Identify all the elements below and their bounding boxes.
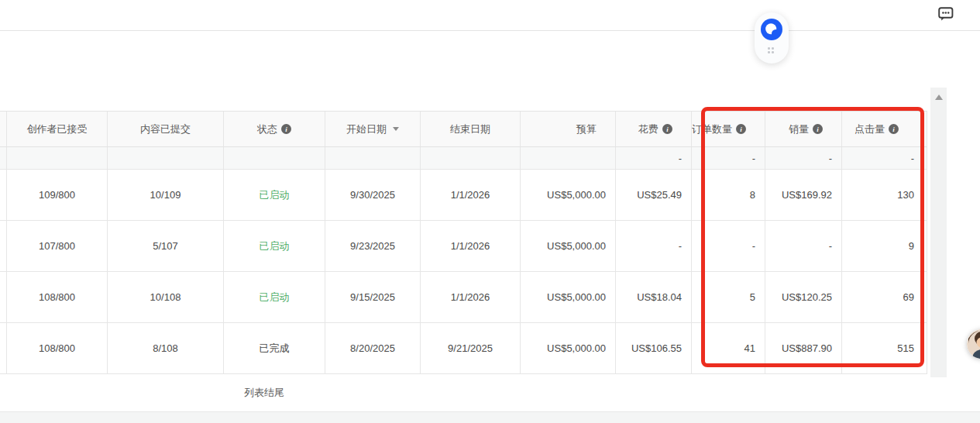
table-cell-stub <box>0 323 7 373</box>
table-cell-start-date: 9/30/2025 <box>325 170 421 220</box>
table-cell-orders: - <box>692 147 765 169</box>
column-label: 内容已提交 <box>140 122 191 136</box>
cell-value: US$106.55 <box>631 342 682 354</box>
campaign-row[interactable]: 108/8008/108已完成8/20/20259/21/2025US$5,00… <box>0 323 927 374</box>
column-header-end-date[interactable]: 结束日期 <box>421 112 521 146</box>
cell-value: 107/800 <box>39 240 75 252</box>
user-avatar[interactable] <box>967 329 980 359</box>
floating-widget[interactable] <box>755 12 789 64</box>
table-cell-spend: US$106.55 <box>616 323 692 373</box>
table-cell-budget: US$5,000.00 <box>521 272 616 322</box>
cell-value: 515 <box>897 342 914 354</box>
status-badge: 已启动 <box>260 291 290 304</box>
table-cell-creators-accepted: 109/800 <box>7 170 108 220</box>
top-divider-line <box>0 30 980 31</box>
cell-value: US$169.92 <box>782 189 832 201</box>
table-cell-start-date: 8/20/2025 <box>325 323 421 373</box>
table-cell-end-date: 1/1/2026 <box>421 272 521 322</box>
table-cell-status: 已启动 <box>224 221 325 271</box>
column-header-sales[interactable]: 销量i <box>765 112 842 146</box>
cell-value: US$5,000.00 <box>547 189 606 201</box>
chat-bubble-icon[interactable] <box>937 5 955 23</box>
table-cell-content-submitted: 10/108 <box>108 272 224 322</box>
table-cell-orders: 5 <box>692 272 765 322</box>
column-label: 销量 <box>789 122 809 136</box>
table-cell-status: 已完成 <box>224 323 325 373</box>
info-icon[interactable]: i <box>662 124 672 134</box>
summary-row: ---- <box>0 147 927 170</box>
cell-value: 9/30/2025 <box>350 189 395 201</box>
cell-value: 109/800 <box>39 189 75 201</box>
cell-value: 9 <box>909 240 914 252</box>
cell-value: US$5,000.00 <box>547 342 606 354</box>
cell-value: 8/20/2025 <box>350 342 395 354</box>
column-header-start-date[interactable]: 开始日期 <box>325 112 421 146</box>
cell-value: 10/109 <box>150 189 181 201</box>
column-label: 预算 <box>576 122 597 136</box>
column-header-spend[interactable]: 花费i <box>616 112 692 146</box>
info-icon[interactable]: i <box>281 124 291 134</box>
table-cell-content-submitted: 10/109 <box>108 170 224 220</box>
cell-value: 1/1/2026 <box>451 240 490 252</box>
table-cell-creators-accepted: 107/800 <box>7 221 108 271</box>
cell-value: US$120.25 <box>782 291 832 303</box>
table-cell-content-submitted <box>108 147 224 169</box>
end-of-list-label: 列表结尾 <box>244 386 284 400</box>
table-cell-clicks: 515 <box>842 323 927 373</box>
cell-value: 1/1/2026 <box>451 291 490 303</box>
campaign-row[interactable]: 107/8005/107已启动9/23/20251/1/2026US$5,000… <box>0 221 927 272</box>
info-icon[interactable]: i <box>813 124 823 134</box>
table-cell-orders: 8 <box>692 170 765 220</box>
column-header-budget[interactable]: 预算 <box>521 112 616 146</box>
status-badge: 已启动 <box>260 188 290 202</box>
sort-desc-icon[interactable] <box>393 127 399 131</box>
table-cell-end-date: 1/1/2026 <box>421 170 521 220</box>
column-label: 创作者已接受 <box>27 122 88 136</box>
column-label: 点击量 <box>854 122 885 136</box>
cell-value: - <box>752 153 755 164</box>
column-header-creators-accepted[interactable]: 创作者已接受 <box>7 112 108 146</box>
cell-value: - <box>752 240 755 252</box>
drag-handle-icon[interactable] <box>768 47 775 55</box>
table-cell-start-date: 9/23/2025 <box>325 221 421 271</box>
table-cell-stub <box>0 221 7 271</box>
cell-value: 108/800 <box>39 342 75 354</box>
cell-value: 9/23/2025 <box>350 240 395 252</box>
table-cell-spend: US$25.49 <box>616 170 692 220</box>
table-cell-sales: US$887.90 <box>765 323 842 373</box>
extension-logo-icon[interactable] <box>761 19 782 40</box>
scroll-up-icon[interactable] <box>935 95 943 100</box>
cell-value: 9/21/2025 <box>448 342 493 354</box>
info-icon[interactable]: i <box>736 124 746 134</box>
status-badge: 已启动 <box>260 239 290 253</box>
column-header-status[interactable]: 状态i <box>224 112 325 146</box>
table-cell-end-date: 1/1/2026 <box>421 221 521 271</box>
cell-value: - <box>679 153 682 164</box>
table-cell-status: 已启动 <box>224 272 325 322</box>
vertical-scrollbar[interactable] <box>930 88 947 377</box>
table-cell-spend: - <box>616 221 692 271</box>
table-cell-clicks: 130 <box>842 170 927 220</box>
cell-value: US$5,000.00 <box>547 291 606 303</box>
table-cell-end-date <box>421 147 521 169</box>
column-header-content-submitted[interactable]: 内容已提交 <box>108 112 224 146</box>
campaign-row[interactable]: 108/80010/108已启动9/15/20251/1/2026US$5,00… <box>0 272 927 323</box>
table-cell-status <box>224 147 325 169</box>
table-header-row: 创作者已接受内容已提交状态i开始日期结束日期预算花费i订单数量i销量i点击量i <box>0 112 927 147</box>
table-cell-content-submitted: 5/107 <box>108 221 224 271</box>
cell-value: 9/15/2025 <box>350 291 395 303</box>
table-cell-start-date: 9/15/2025 <box>325 272 421 322</box>
cell-value: 5/107 <box>153 240 178 252</box>
cell-value: - <box>911 153 914 164</box>
campaign-row[interactable]: 109/80010/109已启动9/30/20251/1/2026US$5,00… <box>0 170 927 221</box>
table-cell-sales: - <box>765 221 842 271</box>
table-cell-stub <box>0 170 7 220</box>
column-header-orders[interactable]: 订单数量i <box>692 112 765 146</box>
bottom-status-bar <box>0 411 980 423</box>
cell-value: 108/800 <box>39 291 75 303</box>
table-cell-creators-accepted: 108/800 <box>7 272 108 322</box>
table-cell-clicks: 9 <box>842 221 927 271</box>
table-cell-spend: - <box>616 147 692 169</box>
info-icon[interactable]: i <box>889 124 899 134</box>
column-header-clicks[interactable]: 点击量i <box>842 112 927 146</box>
